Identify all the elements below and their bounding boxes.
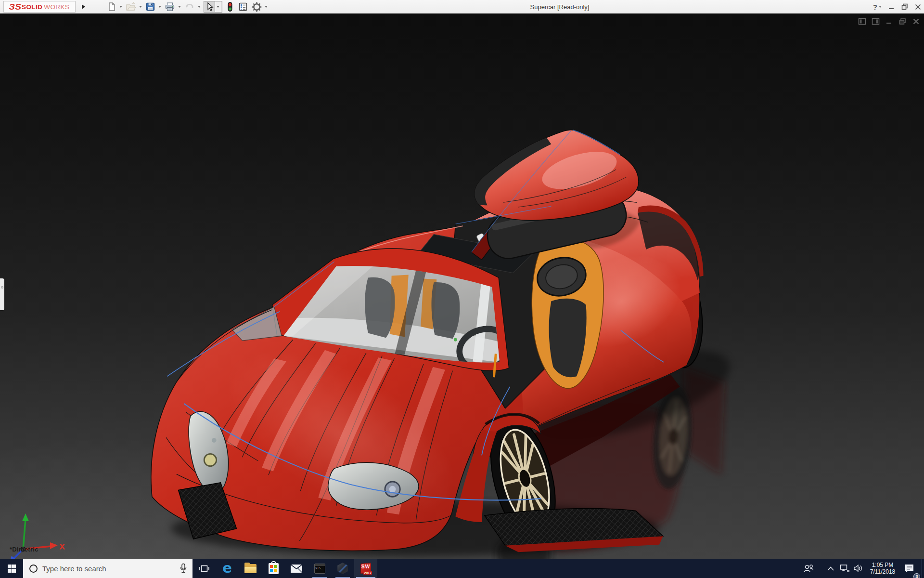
taskbar-app-file-explorer[interactable]: [239, 559, 262, 578]
taskbar-app-edge[interactable]: e: [216, 559, 239, 578]
open-document-icon: [126, 2, 136, 12]
options-button[interactable]: [251, 1, 262, 13]
doc-restore-icon[interactable]: [898, 17, 907, 26]
gear-icon: [252, 2, 262, 12]
undo-icon: [184, 2, 195, 12]
x-axis-label: X: [60, 542, 64, 551]
network-icon: [840, 564, 850, 573]
system-tray: 1:05 PM 7/11/2018 3: [800, 559, 924, 578]
dock-pane-icon[interactable]: [858, 17, 866, 26]
file-explorer-icon: [244, 564, 257, 573]
show-desktop-button[interactable]: [922, 559, 924, 578]
panel-tab-dot-icon: [1, 286, 3, 289]
menu-expand-arrow-icon[interactable]: [79, 1, 87, 12]
task-view-icon: [199, 564, 209, 574]
tray-clock[interactable]: 1:05 PM 7/11/2018: [868, 562, 898, 575]
minimize-button[interactable]: [888, 4, 895, 10]
people-button[interactable]: [800, 559, 817, 578]
traffic-light-icon: [227, 1, 233, 12]
save-icon: [145, 2, 155, 12]
select-cursor-icon: [205, 2, 215, 12]
restore-icon: [901, 3, 908, 10]
window-title: Supercar [Read-only]: [530, 0, 590, 13]
taskbar-search[interactable]: [23, 559, 192, 578]
save-button[interactable]: [145, 1, 156, 13]
select-tool-button[interactable]: [204, 1, 222, 13]
store-icon: [269, 563, 279, 574]
design-report-button[interactable]: [238, 1, 248, 13]
help-dropdown-icon: [879, 6, 882, 8]
close-icon: [915, 4, 921, 10]
start-button[interactable]: [0, 559, 23, 578]
new-dropdown-icon[interactable]: [119, 6, 122, 8]
graphics-viewport[interactable]: X *Dimetric: [0, 13, 924, 559]
sw-icon-text: SW: [361, 564, 370, 569]
new-document-button[interactable]: [106, 1, 117, 13]
title-bar: ЗS SOLIDWORKS: [0, 0, 924, 13]
edge-icon: e: [222, 561, 232, 575]
main-toolbar: [106, 0, 270, 13]
action-center-button[interactable]: 3: [900, 559, 918, 578]
mail-icon: [290, 564, 303, 573]
solidworks-2017-icon: SW 2017: [360, 563, 372, 574]
volume-button[interactable]: [851, 559, 865, 578]
restore-button[interactable]: [901, 3, 908, 10]
taskbar-app-cmd[interactable]: C:\_: [308, 559, 331, 578]
taskbar-app-store[interactable]: [262, 559, 285, 578]
sw-icon-year: 2017: [363, 571, 372, 575]
close-button[interactable]: [915, 4, 921, 10]
doc-minimize-icon[interactable]: [885, 17, 893, 26]
dock-pane2-icon[interactable]: [872, 17, 880, 26]
speaker-icon: [853, 564, 863, 573]
command-prompt-icon: C:\_: [314, 564, 325, 574]
clock-date: 7/11/2018: [868, 568, 898, 575]
taskbar-app-hexagon[interactable]: [331, 559, 354, 578]
print-dropdown-icon[interactable]: [178, 6, 181, 8]
print-icon: [165, 2, 175, 12]
action-center-icon: [904, 564, 914, 573]
undo-button[interactable]: [184, 1, 195, 13]
network-button[interactable]: [838, 559, 851, 578]
print-button[interactable]: [164, 1, 176, 13]
taskbar-app-solidworks[interactable]: SW 2017: [354, 559, 377, 578]
hexagon-app-icon: [337, 563, 348, 574]
save-dropdown-icon[interactable]: [158, 6, 161, 8]
search-input[interactable]: [42, 565, 158, 573]
new-document-icon: [107, 2, 116, 12]
people-icon: [803, 564, 814, 573]
car-model-scene: [0, 13, 924, 559]
windows-taskbar: e C:\_ SW 2017: [0, 559, 924, 578]
solidworks-logo[interactable]: ЗS SOLIDWORKS: [3, 1, 76, 13]
doc-close-icon[interactable]: [912, 17, 920, 26]
help-button[interactable]: ?: [873, 3, 882, 11]
x-axis-arrow: [50, 542, 58, 549]
options-dropdown-icon[interactable]: [265, 6, 268, 8]
open-dropdown-icon[interactable]: [139, 6, 142, 8]
open-document-button[interactable]: [125, 1, 137, 13]
view-orientation-label: *Dimetric: [10, 546, 38, 553]
solidworks-logo-solid: SOLID: [22, 3, 42, 11]
performance-lights-button[interactable]: [226, 0, 234, 13]
y-axis-arrow: [22, 513, 29, 521]
chevron-up-icon: [827, 566, 834, 571]
collapsed-panel-tab[interactable]: [0, 278, 4, 310]
windows-logo-icon: [8, 565, 16, 573]
cmd-prompt-text: C:\_: [316, 566, 322, 570]
notification-badge: 3: [913, 573, 920, 578]
minimize-icon: [888, 4, 895, 10]
microphone-icon[interactable]: [180, 563, 187, 574]
solidworks-logo-works: WORKS: [44, 3, 69, 11]
tray-overflow-button[interactable]: [823, 559, 838, 578]
solidworks-logo-mark: ЗS: [9, 3, 21, 11]
cortana-icon: [29, 565, 38, 573]
taskbar-app-mail[interactable]: [285, 559, 308, 578]
design-report-icon: [238, 2, 248, 12]
clock-time: 1:05 PM: [868, 562, 898, 568]
task-view-button[interactable]: [192, 559, 216, 578]
help-label: ?: [873, 3, 877, 11]
document-window-controls: [858, 17, 920, 26]
select-dropdown-icon[interactable]: [215, 1, 221, 12]
undo-dropdown-icon[interactable]: [198, 6, 201, 8]
